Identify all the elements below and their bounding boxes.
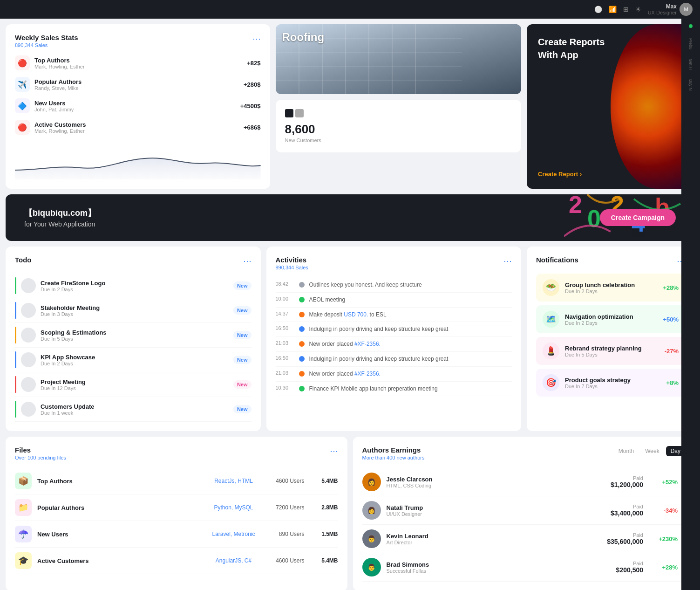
act-time-7: 10:30: [276, 385, 294, 391]
file-users-2: 890 Users: [267, 531, 305, 537]
todo-color-1: [15, 302, 16, 319]
act-time-1: 10:00: [276, 296, 294, 302]
paid-label-3: Paid: [616, 561, 643, 566]
files-subtitle: Over 100 pending files: [15, 455, 66, 460]
stat-active-customers: 🔴 Active Customers Mark, Rowling, Esther…: [15, 120, 261, 135]
campaign-title: 【biqubiqu.com】: [24, 207, 96, 219]
act-dot-4: [299, 341, 305, 347]
act-time-5: 16:50: [276, 355, 294, 361]
notif-item-0: 🥗 Group lunch celebration Due In 2 Days …: [536, 274, 685, 302]
search-icon[interactable]: ⚪: [594, 6, 602, 13]
period-tabs: Month Week Day: [614, 446, 685, 456]
file-icon-3: 🎓: [15, 552, 32, 569]
create-reports-card: Create ReportsWith App Create Report ›: [527, 24, 694, 189]
stat-new-users: 🔷 New Users John, Pat, Jimmy +4500$: [15, 98, 261, 113]
icon-sq-light: [295, 109, 304, 117]
file-tech-1: Python, MySQL: [206, 504, 262, 511]
todo-due-1: Due In 3 Days: [41, 311, 229, 317]
act-link-4[interactable]: #XF-2356.: [354, 341, 381, 347]
file-name-2: New Users: [37, 531, 200, 538]
icon-sq-dark: [285, 109, 293, 117]
authors-title: Authors Earnings: [362, 446, 425, 454]
act-dot-7: [299, 386, 305, 391]
act-time-2: 14:37: [276, 311, 294, 316]
todo-header: Todo ⋯: [15, 256, 251, 266]
todo-due-0: Due In 2 Days: [41, 287, 229, 292]
weekly-sales-menu[interactable]: ⋯: [252, 34, 261, 44]
todo-color-0: [15, 277, 16, 294]
act-link-6[interactable]: #XF-2356.: [354, 370, 381, 377]
todo-avatar-5: [21, 402, 36, 417]
stats-list: 🔴 Top Authors Mark, Rowling, Esther +82$…: [15, 55, 261, 135]
author-earning-3: Paid $200,500: [616, 561, 643, 574]
notif-icon-0: 🥗: [543, 279, 559, 296]
author-change-3: +28%: [654, 564, 678, 571]
act-text-7: Finance KPI Mobile app launch preperatio…: [309, 385, 438, 393]
roofing-title: Roofing: [282, 31, 325, 44]
todo-name-3: KPI App Showcase: [41, 354, 229, 361]
period-month[interactable]: Month: [614, 446, 639, 456]
todo-title: Todo: [15, 256, 32, 264]
notifications-card: Notifications ⋯ 🥗 Group lunch celebratio…: [527, 247, 694, 431]
todo-due-2: Due In 5 Days: [41, 336, 229, 342]
act-text-4: New order placed #XF-2356.: [309, 340, 381, 348]
todo-info-5: Customers Update Due In 1 week: [41, 403, 229, 416]
author-earning-2: Paid $35,600,000: [607, 532, 643, 545]
right-panel-item-1[interactable]: Get H: [688, 59, 693, 70]
todo-info-4: Project Meeting Due In 12 Days: [41, 378, 229, 391]
activities-title: Activities: [276, 256, 308, 264]
file-size-1: 2.8MB: [310, 504, 338, 511]
signal-icon[interactable]: 📶: [609, 6, 617, 13]
file-name-0: Top Authors: [37, 478, 200, 485]
act-text-0: Outlines keep you honest. And keep struc…: [309, 281, 422, 289]
create-campaign-button[interactable]: Create Campaign: [600, 209, 676, 226]
act-text-2: Make deposit USD 700. to ESL: [309, 311, 387, 319]
act-dot-6: [299, 371, 305, 377]
todo-name-2: Scoping & Estimations: [41, 329, 229, 336]
files-title: Files: [15, 446, 66, 454]
roofing-image: Roofing: [276, 24, 522, 94]
todo-color-5: [15, 401, 16, 418]
author-role-1: UI/UX Designer: [387, 511, 605, 517]
todo-badge-1: New: [233, 306, 251, 315]
act-link-2[interactable]: USD 700.: [344, 311, 368, 318]
todo-menu[interactable]: ⋯: [243, 256, 251, 266]
file-size-0: 5.4MB: [310, 478, 338, 484]
active-customers-name: Active Customers: [34, 121, 239, 128]
brightness-icon[interactable]: ☀: [635, 6, 641, 13]
file-users-1: 7200 Users: [267, 504, 305, 511]
stat-top-authors: 🔴 Top Authors Mark, Rowling, Esther +82$: [15, 55, 261, 70]
notif-name-2: Rebrand strategy planning: [565, 345, 659, 352]
right-panel-item-0[interactable]: Prebu: [688, 38, 693, 49]
top-authors-val: +82$: [247, 60, 260, 67]
notif-list: 🥗 Group lunch celebration Due In 2 Days …: [536, 274, 685, 397]
file-size-3: 5.4MB: [310, 557, 338, 564]
activity-3: 16:50 Indulging in poorly driving and ke…: [276, 322, 512, 337]
activities-card: Activities 890,344 Sales ⋯ 08:42 Outline…: [266, 247, 522, 431]
todo-avatar-2: [21, 328, 36, 343]
avatar[interactable]: M: [680, 3, 693, 16]
weekly-sales-subtitle: 890,344 Sales: [15, 42, 78, 48]
files-menu[interactable]: ⋯: [330, 446, 338, 456]
act-dot-0: [299, 282, 305, 288]
new-users-info: New Users John, Pat, Jimmy: [34, 100, 236, 112]
todo-due-4: Due In 12 Days: [41, 385, 229, 391]
notif-info-2: Rebrand strategy planning Due In 5 Days: [565, 345, 659, 357]
act-time-6: 21:03: [276, 370, 294, 376]
act-dot-3: [299, 326, 305, 332]
active-customers-val: +686$: [244, 124, 261, 131]
right-panel-item-2[interactable]: Buy N: [688, 79, 693, 91]
customers-card: 8,600 New Customers: [276, 100, 522, 152]
file-row-0: 📦 Top Authors ReactJs, HTML 4600 Users 5…: [15, 468, 338, 494]
todo-item-1: Stakeholder Meeting Due In 3 Days New: [15, 298, 251, 323]
notif-icon-1: 🗺️: [543, 311, 559, 328]
notif-icon-2: 💄: [543, 343, 559, 359]
todo-name-1: Stakeholder Meeting: [41, 304, 229, 311]
files-header: Files Over 100 pending files ⋯: [15, 446, 338, 460]
authors-header: Authors Earnings More than 400 new autho…: [362, 446, 686, 460]
top-nav: ⚪ 📶 ⊞ ☀ Max UX Designer M: [0, 0, 700, 19]
activities-menu[interactable]: ⋯: [503, 256, 512, 266]
period-week[interactable]: Week: [640, 446, 664, 456]
notif-item-1: 🗺️ Navigation optimization Due In 2 Days…: [536, 305, 685, 333]
grid-icon[interactable]: ⊞: [623, 6, 629, 13]
